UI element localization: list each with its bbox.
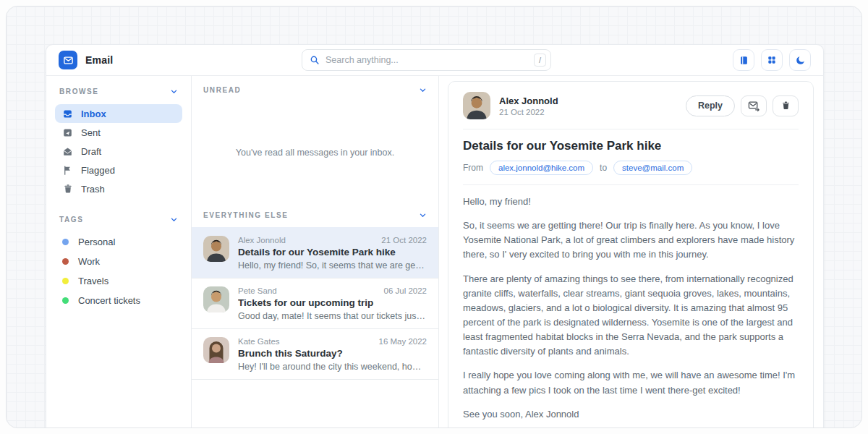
sender-info: Alex Jonnold 21 Oct 2022 [499, 95, 558, 116]
to-label: to [600, 163, 607, 173]
app-window: Email / [6, 6, 862, 428]
list-item-sender: Kate Gates [238, 337, 280, 346]
chevron-down-icon[interactable] [419, 211, 427, 219]
divider [463, 184, 799, 185]
unread-label: UNREAD [203, 86, 241, 94]
tag-item-travels[interactable]: Travels [55, 271, 182, 291]
message-viewer-pane: Alex Jonnold 21 Oct 2022 Reply [439, 76, 823, 428]
sidebar: BROWSE Inbox [46, 76, 192, 428]
screenshot: Email / [0, 0, 868, 434]
sent-icon [62, 127, 73, 138]
tag-item-personal[interactable]: Personal [55, 232, 182, 252]
reply-button[interactable]: Reply [686, 95, 735, 116]
list-item-date: 21 Oct 2022 [381, 236, 427, 244]
draft-icon [62, 146, 73, 157]
list-item-sender: Pete Sand [238, 286, 277, 295]
forward-icon [748, 101, 760, 111]
body-paragraph: So, it seems we are getting there! Our t… [463, 218, 799, 262]
message-header: Alex Jonnold 21 Oct 2022 Reply [463, 92, 799, 119]
everything-else-label: EVERYTHING ELSE [203, 211, 289, 219]
from-label: From [463, 163, 483, 173]
search-input[interactable] [326, 55, 534, 65]
email-list: Alex Jonnold 21 Oct 2022 Details for our… [192, 226, 438, 380]
message-subject: Details for our Yosemite Park hike [463, 139, 799, 153]
sidebar-item-label: Inbox [81, 109, 106, 119]
tag-item-concert-tickets[interactable]: Concert tickets [55, 291, 182, 310]
list-item-yosemite-hike[interactable]: Alex Jonnold 21 Oct 2022 Details for our… [192, 227, 438, 278]
body-paragraph: I really hope you love coming along with… [463, 368, 799, 397]
tag-item-work[interactable]: Work [55, 252, 182, 271]
message-card: Alex Jonnold 21 Oct 2022 Reply [448, 81, 814, 428]
list-item-subject: Brunch this Saturday? [238, 348, 427, 359]
sidebar-item-flagged[interactable]: Flagged [55, 161, 182, 179]
forward-button[interactable] [741, 95, 767, 116]
tag-label: Personal [78, 237, 115, 247]
list-item-subject: Details for our Yosemite Park hike [238, 247, 427, 258]
body-paragraph: There are plenty of amazing things to se… [463, 272, 799, 359]
tag-dot [62, 278, 69, 284]
list-item-subject: Tickets for our upcoming trip [238, 297, 427, 308]
from-to-row: From alex.jonnold@hike.com to steve@mail… [463, 161, 799, 175]
topbar: Email / [46, 45, 823, 76]
avatar [203, 337, 229, 363]
sidebar-item-trash[interactable]: Trash [55, 179, 182, 198]
to-email-chip[interactable]: steve@mail.com [613, 161, 692, 175]
tag-label: Concert tickets [78, 295, 140, 306]
list-item-date: 16 May 2022 [379, 337, 427, 346]
inbox-icon [62, 109, 73, 119]
dark-mode-button[interactable] [789, 49, 811, 71]
from-email-chip[interactable]: alex.jonnold@hike.com [490, 161, 593, 175]
tag-dot [62, 258, 69, 265]
sidebar-item-label: Draft [81, 146, 101, 157]
app-logo [59, 51, 77, 69]
browse-label: BROWSE [59, 88, 99, 95]
tag-label: Work [78, 256, 100, 267]
chevron-down-icon[interactable] [419, 86, 427, 94]
chevron-down-icon[interactable] [170, 88, 178, 95]
list-item-snippet: Hey! I'll be around the city this weeken… [238, 362, 427, 372]
message-body: Hello, my friend! So, it seems we are ge… [463, 195, 799, 422]
list-item-snippet: Hello, my friend! So, it seems that we a… [238, 260, 427, 271]
delete-button[interactable] [773, 95, 799, 116]
unread-section-header: UNREAD [192, 76, 438, 94]
list-item-snippet: Good day, mate! It seems that our ticket… [238, 311, 427, 321]
moon-icon [795, 55, 806, 66]
grid-icon [767, 55, 777, 65]
message-list-pane: UNREAD You've read all messages in your … [192, 76, 439, 428]
search-shortcut-key: / [534, 54, 546, 67]
sidebar-item-inbox[interactable]: Inbox [55, 104, 182, 123]
list-item-content: Pete Sand 06 Jul 2022 Tickets for our up… [238, 286, 427, 321]
notebook-button[interactable] [733, 49, 754, 71]
trash-icon [781, 101, 791, 111]
sidebar-item-draft[interactable]: Draft [55, 142, 182, 161]
sender-name: Alex Jonnold [499, 95, 558, 106]
list-item-content: Alex Jonnold 21 Oct 2022 Details for our… [238, 236, 427, 271]
app-title: Email [85, 54, 113, 66]
list-item-sender: Alex Jonnold [238, 236, 286, 244]
flag-icon [62, 165, 73, 176]
search-box: / [302, 49, 551, 71]
tag-dot [62, 297, 69, 304]
everything-else-section-header: EVERYTHING ELSE [192, 201, 438, 219]
tags-nav: Personal Work Travels Concert ticke [55, 232, 182, 310]
chevron-down-icon[interactable] [170, 216, 178, 224]
sidebar-item-sent[interactable]: Sent [55, 123, 182, 142]
topbar-actions [733, 49, 811, 71]
apps-button[interactable] [761, 49, 783, 71]
list-item-content: Kate Gates 16 May 2022 Brunch this Satur… [238, 337, 427, 372]
search-icon [310, 55, 320, 65]
folder-nav: Inbox Sent Draft [55, 104, 182, 198]
list-item-tickets-trip[interactable]: Pete Sand 06 Jul 2022 Tickets for our up… [192, 278, 438, 329]
list-item-date: 06 Jul 2022 [384, 286, 427, 295]
tags-section-header: TAGS [55, 214, 182, 225]
divider [463, 129, 799, 129]
message-actions: Reply [686, 95, 799, 116]
list-item-brunch-saturday[interactable]: Kate Gates 16 May 2022 Brunch this Satur… [192, 329, 438, 380]
avatar [203, 236, 229, 262]
tag-dot [62, 239, 69, 245]
body-paragraph: Hello, my friend! [463, 195, 799, 209]
main-columns: BROWSE Inbox [46, 76, 823, 428]
avatar [203, 286, 229, 312]
message-date: 21 Oct 2022 [499, 108, 558, 116]
book-icon [739, 55, 749, 66]
